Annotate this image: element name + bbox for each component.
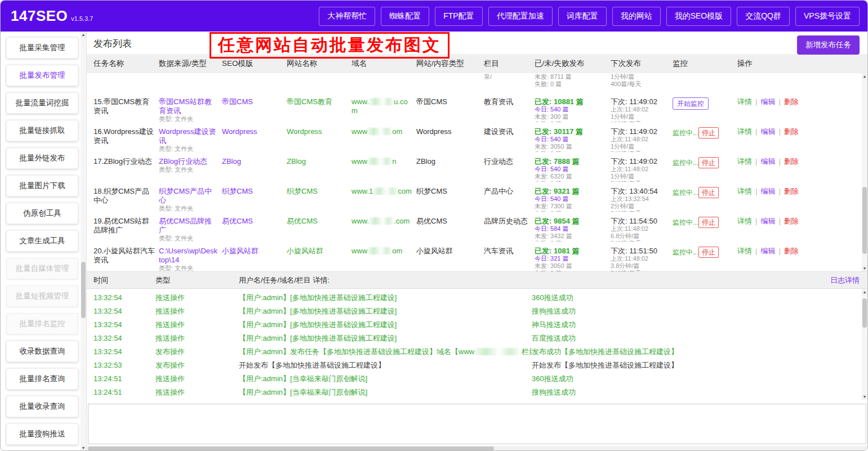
detail-link[interactable]: 详情 xyxy=(737,217,752,225)
scroll-down-arrow[interactable]: ▼ xyxy=(862,265,867,271)
nav-item[interactable]: 我的网站 xyxy=(612,7,661,26)
delete-link[interactable]: 删除 xyxy=(784,127,799,136)
sidebar-scrollbar[interactable]: ▲ ▼ xyxy=(81,32,86,451)
sidebar-item[interactable]: 批量流量词挖掘 xyxy=(6,92,78,114)
stop-button[interactable]: 停止 xyxy=(698,157,719,168)
delete-link[interactable]: 删除 xyxy=(784,247,799,255)
last-time: 上次:11:48:02 xyxy=(611,166,669,173)
edit-link[interactable]: 编辑 xyxy=(760,97,775,106)
scroll-thumb[interactable] xyxy=(88,446,494,450)
detail-link[interactable]: 详情 xyxy=(737,247,752,255)
start-monitor-button[interactable]: 开始监控 xyxy=(673,97,709,110)
source-link[interactable]: 易优CMS品牌推广 xyxy=(159,217,219,235)
failed-count: 失败: 0 篇 xyxy=(535,240,607,242)
edit-link[interactable]: 编辑 xyxy=(760,187,775,195)
column-header: 监控 xyxy=(673,59,737,69)
source-link[interactable]: ZBlog行业动态 xyxy=(159,157,219,166)
column-header: 网站名称 xyxy=(287,59,351,69)
nav-item[interactable]: VPS拨号设置 xyxy=(795,7,860,26)
seo-template-link[interactable]: 织梦CMS xyxy=(222,187,253,195)
detail-link[interactable]: 详情 xyxy=(737,187,752,195)
site-name: 帝国CMS教育 xyxy=(287,97,351,122)
delete-link[interactable]: 删除 xyxy=(784,217,799,225)
seo-template-link[interactable]: ZBlog xyxy=(222,157,241,166)
nav-item[interactable]: 我的SEO模版 xyxy=(666,7,732,26)
source-link[interactable]: C:\Users\wp\Desktop\14 xyxy=(159,247,219,265)
stop-button[interactable]: 停止 xyxy=(698,247,719,258)
sidebar-item[interactable]: 批量搜狗推送 xyxy=(6,423,78,445)
sidebar-item[interactable]: 批量图片下载 xyxy=(6,175,78,197)
scroll-up-arrow[interactable]: ▲ xyxy=(862,73,867,79)
seo-template-link[interactable]: Wordpress xyxy=(222,127,257,136)
delete-link[interactable]: 删除 xyxy=(784,97,799,106)
seo-template-cell: 帝国CMS xyxy=(222,97,287,122)
seo-template-cell: 小旋风站群 xyxy=(222,247,287,271)
seo-template-link[interactable]: 易优CMS xyxy=(222,217,253,225)
table-scrollbar[interactable]: ▲ ▼ xyxy=(862,73,867,271)
separator: | xyxy=(778,97,780,106)
nav-item[interactable]: 交流QQ群 xyxy=(737,7,790,26)
edit-link[interactable]: 编辑 xyxy=(760,157,775,166)
scroll-up-arrow[interactable]: ▲ xyxy=(81,32,86,38)
seo-template-link[interactable]: 小旋风站群 xyxy=(222,247,259,255)
detail-link[interactable]: 详情 xyxy=(737,97,752,106)
scroll-thumb[interactable] xyxy=(862,298,867,328)
scroll-track[interactable] xyxy=(81,38,86,445)
edit-link[interactable]: 编辑 xyxy=(760,217,775,225)
content-type: 帝国CMS xyxy=(416,97,484,122)
detail-link[interactable]: 详情 xyxy=(737,127,752,136)
sidebar-item[interactable]: 批量链接抓取 xyxy=(6,120,78,141)
scroll-up-arrow[interactable]: ▲ xyxy=(862,289,867,295)
next-time: 下次: 13:40:54 xyxy=(611,187,669,195)
scroll-down-arrow[interactable]: ▼ xyxy=(862,394,867,400)
sidebar-item[interactable]: 批量发布管理 xyxy=(6,65,78,86)
edit-link[interactable]: 编辑 xyxy=(760,247,775,255)
sidebar-item[interactable]: 文章生成工具 xyxy=(6,230,78,252)
stop-button[interactable]: 停止 xyxy=(698,127,719,139)
sidebar-item[interactable]: 批量采集管理 xyxy=(6,37,78,59)
log-scrollbar[interactable]: ▲ ▼ xyxy=(862,289,867,400)
edit-link[interactable]: 编辑 xyxy=(760,127,775,136)
banner: 任意网站自动批量发布图文 xyxy=(210,32,449,59)
sidebar-item[interactable]: 批量排名查询 xyxy=(6,368,78,390)
nav-item[interactable]: 大神帮帮忙 xyxy=(319,7,375,26)
site-name: Wordpress xyxy=(287,127,351,152)
publish-stats: 已发: 1081 篇今日: 321 篇未发: 3050 篇失败: 0 篇 xyxy=(535,247,611,271)
sidebar-item: 批量自媒体管理 xyxy=(6,258,78,279)
stop-button[interactable]: 停止 xyxy=(698,217,719,228)
add-task-button[interactable]: 新增发布任务 xyxy=(797,35,860,55)
sidebar-item[interactable]: 批量外链发布 xyxy=(6,148,78,169)
brand-name: 147SEO xyxy=(11,7,68,25)
today-count: 今日: 584 篇 xyxy=(535,225,607,233)
source-type: 类型: 文件夹 xyxy=(159,166,219,173)
daily-limit: 540篇/每天 xyxy=(611,180,669,182)
column-header: 已/未/失败发布 xyxy=(535,59,611,69)
scroll-thumb[interactable] xyxy=(81,262,86,318)
detail-link[interactable]: 详情 xyxy=(737,157,752,166)
seo-template-link[interactable]: 帝国CMS xyxy=(222,97,253,106)
log-details-link[interactable]: 日志详情 xyxy=(830,275,860,285)
domain-cell: wwwom xyxy=(351,127,416,152)
sidebar-item[interactable]: 收录数据查询 xyxy=(6,341,78,362)
sidebar-item[interactable]: 伪原创工具 xyxy=(6,203,78,224)
nav-item[interactable]: 代理配置加速 xyxy=(488,7,553,26)
sidebar-item[interactable]: 批量收录查询 xyxy=(6,396,78,417)
scroll-thumb[interactable] xyxy=(862,187,867,254)
source-link[interactable]: Wordpress建设资讯 xyxy=(159,127,219,145)
source-link[interactable]: 织梦CMS产品中心 xyxy=(159,187,219,205)
delete-link[interactable]: 删除 xyxy=(784,157,799,166)
source-type: 类型: 文件夹 xyxy=(159,205,219,212)
scroll-track[interactable] xyxy=(862,79,867,265)
nav-item[interactable]: FTP配置 xyxy=(435,7,482,26)
scroll-track[interactable] xyxy=(862,295,867,394)
horizontal-scrollbar[interactable] xyxy=(87,446,867,451)
nav-item[interactable]: 词库配置 xyxy=(558,7,607,26)
log-result: 360推送成功 xyxy=(532,293,860,302)
delete-link[interactable]: 删除 xyxy=(784,187,799,195)
nav-item[interactable]: 蜘蛛配置 xyxy=(381,7,429,26)
source-link[interactable]: 帝国CMS站群教育资讯 xyxy=(159,97,219,115)
schedule: 下次: 11:49:02上次:11:48:021分钟/篇100篇/每天 xyxy=(611,97,673,122)
unpublished-count: 未发: 3432 篇 xyxy=(535,233,607,240)
scroll-down-arrow[interactable]: ▼ xyxy=(81,445,86,451)
stop-button[interactable]: 停止 xyxy=(698,187,719,198)
